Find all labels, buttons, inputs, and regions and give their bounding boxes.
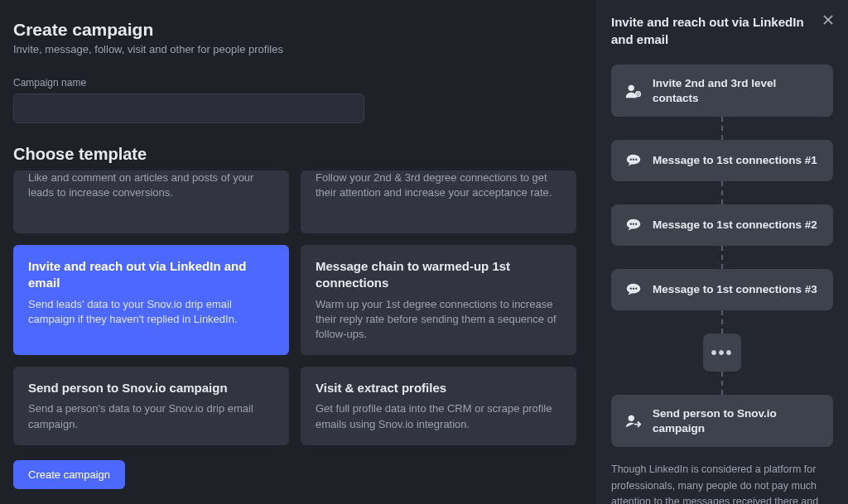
- template-card-description: Warm up your 1st degree connections to i…: [316, 297, 561, 343]
- flow-step-label: Message to 1st connections #1: [653, 153, 817, 168]
- flow-step[interactable]: Message to 1st connections #2: [611, 204, 833, 246]
- flow-connector: [721, 372, 723, 395]
- template-card[interactable]: Send person to Snov.io campaignSend a pe…: [13, 367, 289, 445]
- template-card[interactable]: Invite and reach out via LinkedIn and em…: [13, 245, 289, 355]
- svg-point-7: [630, 159, 632, 161]
- svg-point-17: [635, 288, 637, 290]
- svg-point-12: [633, 223, 634, 225]
- template-card-title: Visit & extract profiles: [316, 380, 561, 396]
- template-card[interactable]: Visit & extract profilesGet full profile…: [301, 367, 576, 445]
- flow-connector: [721, 246, 723, 269]
- template-card[interactable]: Follow your 2nd & 3rd degree connections…: [301, 170, 576, 233]
- svg-point-8: [633, 159, 634, 161]
- svg-point-11: [630, 223, 632, 225]
- flow-step[interactable]: Send person to Snov.io campaign: [611, 395, 833, 447]
- preview-panel: Invite and reach out via LinkedIn and em…: [596, 0, 848, 504]
- template-card-title: Message chain to warmed-up 1st connectio…: [316, 258, 561, 292]
- template-card-description: Send a person's data to your Snov.io dri…: [28, 401, 274, 431]
- message-icon: [624, 281, 643, 299]
- flow-step-label: Send person to Snov.io campaign: [653, 406, 820, 435]
- create-campaign-button[interactable]: Create campaign: [13, 460, 125, 489]
- svg-point-18: [629, 415, 634, 420]
- close-icon[interactable]: [818, 10, 838, 30]
- page-subtitle: Invite, message, follow, visit and other…: [13, 43, 583, 55]
- campaign-name-label: Campaign name: [13, 77, 583, 89]
- flow-step[interactable]: Invite 2nd and 3rd level contacts: [611, 65, 833, 117]
- flow-diagram: Invite 2nd and 3rd level contactsMessage…: [611, 65, 833, 447]
- flow-step-label: Message to 1st connections #3: [653, 282, 817, 297]
- left-panel: Create campaign Invite, message, follow,…: [0, 0, 596, 504]
- svg-point-15: [630, 288, 632, 290]
- left-content: Create campaign Invite, message, follow,…: [0, 0, 596, 445]
- template-card-description: Like and comment on articles and posts o…: [28, 170, 274, 200]
- message-icon: [624, 151, 643, 170]
- template-card-description: Get full profile data into the CRM or sc…: [316, 401, 561, 431]
- flow-step-label: Invite 2nd and 3rd level contacts: [653, 76, 820, 105]
- svg-point-2: [629, 84, 634, 90]
- campaign-name-input[interactable]: [13, 94, 364, 123]
- flow-connector: [721, 181, 723, 204]
- svg-point-13: [635, 223, 637, 225]
- send-icon: [624, 412, 643, 430]
- flow-connector: [721, 310, 723, 334]
- page-title: Create campaign: [13, 20, 583, 40]
- template-card-title: Invite and reach out via LinkedIn and em…: [28, 258, 274, 292]
- message-icon: [624, 216, 643, 234]
- flow-step-label: Message to 1st connections #2: [653, 218, 817, 233]
- flow-step[interactable]: Message to 1st connections #3: [611, 269, 833, 310]
- flow-ellipsis[interactable]: •••: [703, 334, 741, 372]
- template-card-description: Follow your 2nd & 3rd degree connections…: [316, 170, 561, 200]
- invite-icon: [624, 82, 643, 100]
- preview-title: Invite and reach out via LinkedIn and em…: [611, 13, 833, 48]
- template-card[interactable]: Message chain to warmed-up 1st connectio…: [301, 245, 576, 355]
- preview-description: Though LinkedIn is considered a platform…: [611, 462, 833, 504]
- footer: Create campaign: [0, 445, 596, 504]
- svg-point-16: [633, 288, 634, 290]
- flow-step[interactable]: Message to 1st connections #1: [611, 140, 833, 181]
- template-card-description: Send leads' data to your Snov.io drip em…: [28, 297, 274, 327]
- templates-grid[interactable]: Like and comment on articles and posts o…: [13, 170, 583, 445]
- choose-template-title: Choose template: [13, 145, 583, 164]
- flow-connector: [721, 117, 723, 140]
- svg-point-9: [635, 159, 637, 161]
- template-card[interactable]: Like and comment on articles and posts o…: [13, 170, 289, 233]
- template-card-title: Send person to Snov.io campaign: [28, 380, 274, 396]
